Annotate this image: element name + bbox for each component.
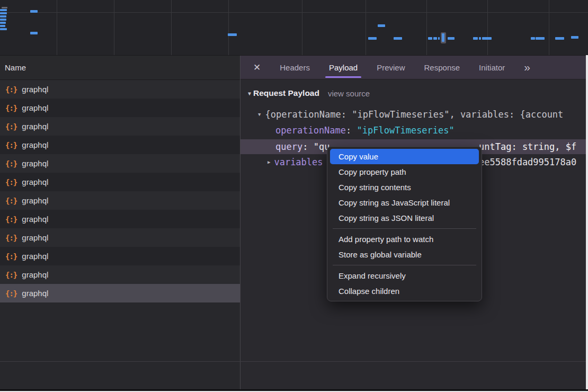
overview-gridline <box>228 0 229 55</box>
request-name: graphql <box>22 103 48 112</box>
request-timing-bar <box>531 37 535 40</box>
variables-value-right-fragment: ee5588fdad995178a0 <box>479 157 576 167</box>
overview-horizontal-gridline <box>0 12 588 13</box>
menu-item-copy-value[interactable]: Copy value <box>330 149 479 164</box>
menu-item-copy-string-as-javascript-literal[interactable]: Copy string as JavaScript literal <box>330 195 479 210</box>
request-timing-bar <box>2 7 7 8</box>
request-timing-bar <box>30 10 38 13</box>
json-braces-icon: {:} <box>5 122 17 131</box>
view-source-link[interactable]: view source <box>328 89 370 98</box>
property-key: variables <box>274 157 323 167</box>
request-name: graphql <box>22 159 48 168</box>
request-timing-bar <box>0 15 6 17</box>
json-braces-icon: {:} <box>5 85 17 94</box>
json-braces-icon: {:} <box>5 234 17 242</box>
menu-item-add-property-path-to-watch[interactable]: Add property path to watch <box>330 231 479 247</box>
request-row[interactable]: {:}graphql <box>0 99 240 117</box>
menu-item-collapse-children[interactable]: Collapse children <box>330 283 479 299</box>
request-row[interactable]: {:}graphql <box>0 265 240 284</box>
tab-headers[interactable]: Headers <box>280 56 310 79</box>
json-braces-icon: {:} <box>5 252 17 261</box>
property-key: operationName <box>275 125 346 136</box>
payload-row-operation-name[interactable]: operationName: "ipFlowTimeseries" <box>240 122 586 138</box>
menu-item-store-as-global-variable[interactable]: Store as global variable <box>330 247 479 262</box>
request-row[interactable]: {:}graphql <box>0 80 240 99</box>
request-row[interactable]: {:}graphql <box>0 117 240 136</box>
section-expanded-icon[interactable]: ▼ <box>248 91 251 96</box>
request-timing-bar <box>448 37 455 40</box>
request-timing-bar <box>394 37 402 40</box>
request-name: graphql <box>22 233 48 242</box>
request-timing-bar <box>0 9 7 11</box>
context-menu: Copy valueCopy property pathCopy string … <box>327 146 482 301</box>
request-timing-bar <box>473 37 478 40</box>
request-row[interactable]: {:}graphql <box>0 173 240 191</box>
request-name: graphql <box>22 252 48 261</box>
json-braces-icon: {:} <box>5 197 17 205</box>
payload-section-header: ▼ Request Payload view source <box>240 85 586 101</box>
devtools-network-panel: Name {:}graphql{:}graphql{:}graphql{:}gr… <box>0 0 588 392</box>
panel-splitter[interactable] <box>240 56 240 392</box>
request-row[interactable]: {:}graphql <box>0 247 240 265</box>
request-row[interactable]: {:}graphql <box>0 136 240 154</box>
request-timing-bar <box>555 37 564 40</box>
json-braces-icon: {:} <box>5 159 17 168</box>
menu-item-copy-string-contents[interactable]: Copy string contents <box>330 180 479 195</box>
window-right-edge <box>586 55 588 392</box>
tab-payload[interactable]: Payload <box>329 56 358 79</box>
overview-gridline <box>57 0 57 55</box>
root-expanded-icon[interactable]: ▼ <box>258 112 261 117</box>
request-timing-bar <box>368 37 377 40</box>
request-row[interactable]: {:}graphql <box>0 228 240 247</box>
request-name: graphql <box>22 85 48 94</box>
request-row[interactable]: {:}graphql <box>0 191 240 210</box>
menu-item-expand-recursively[interactable]: Expand recursively <box>330 268 479 283</box>
json-braces-icon: {:} <box>5 289 17 298</box>
requests-panel: Name {:}graphql{:}graphql{:}graphql{:}gr… <box>0 56 240 392</box>
request-name: graphql <box>22 177 48 186</box>
network-overview[interactable] <box>0 0 588 56</box>
request-name: graphql <box>22 196 48 205</box>
request-timing-bar <box>228 33 237 36</box>
overview-gridline <box>426 0 427 55</box>
request-timing-bar <box>0 22 6 24</box>
request-row[interactable]: {:}graphql <box>0 210 240 228</box>
request-list: {:}graphql{:}graphql{:}graphql{:}graphql… <box>0 80 240 302</box>
key-separator: : <box>346 125 357 136</box>
request-name: graphql <box>22 270 48 279</box>
variables-collapsed-icon[interactable]: ▶ <box>268 159 270 165</box>
column-header-name[interactable]: Name <box>0 56 240 80</box>
tab-response[interactable]: Response <box>424 56 460 79</box>
tab-initiator[interactable]: Initiator <box>479 56 505 79</box>
property-key: query <box>275 141 302 152</box>
request-row[interactable]: {:}graphql <box>0 154 240 173</box>
overview-gridline <box>114 0 114 55</box>
request-row[interactable]: {:}graphql <box>0 284 240 302</box>
close-icon[interactable]: ✕ <box>253 62 261 73</box>
more-tabs-icon[interactable]: » <box>524 61 530 74</box>
property-value-string: "ipFlowTimeseries" <box>357 125 455 136</box>
request-timing-bar <box>433 37 437 40</box>
footer-divider <box>0 361 586 362</box>
section-title: Request Payload <box>253 88 319 98</box>
request-timing-bar <box>571 36 578 39</box>
request-timing-bar <box>0 12 7 14</box>
overview-gridline <box>487 0 488 55</box>
overview-gridline <box>302 0 302 55</box>
menu-item-copy-string-as-json-literal[interactable]: Copy string as JSON literal <box>330 210 479 226</box>
menu-separator <box>333 265 476 265</box>
request-name: graphql <box>22 122 48 131</box>
request-name: graphql <box>22 215 48 224</box>
request-timing-bar <box>479 37 481 40</box>
menu-item-copy-property-path[interactable]: Copy property path <box>330 164 479 180</box>
request-name: graphql <box>22 289 48 298</box>
query-value-right-fragment: untTag: string, $f <box>479 141 576 152</box>
tab-preview[interactable]: Preview <box>377 56 405 79</box>
overview-gridline <box>366 0 366 55</box>
json-braces-icon: {:} <box>5 215 17 224</box>
payload-root-preview[interactable]: ▼ {operationName: "ipFlowTimeseries", va… <box>240 106 586 122</box>
json-braces-icon: {:} <box>5 178 17 186</box>
name-column-label: Name <box>5 63 26 72</box>
menu-separator <box>333 228 476 229</box>
json-braces-icon: {:} <box>5 141 17 149</box>
